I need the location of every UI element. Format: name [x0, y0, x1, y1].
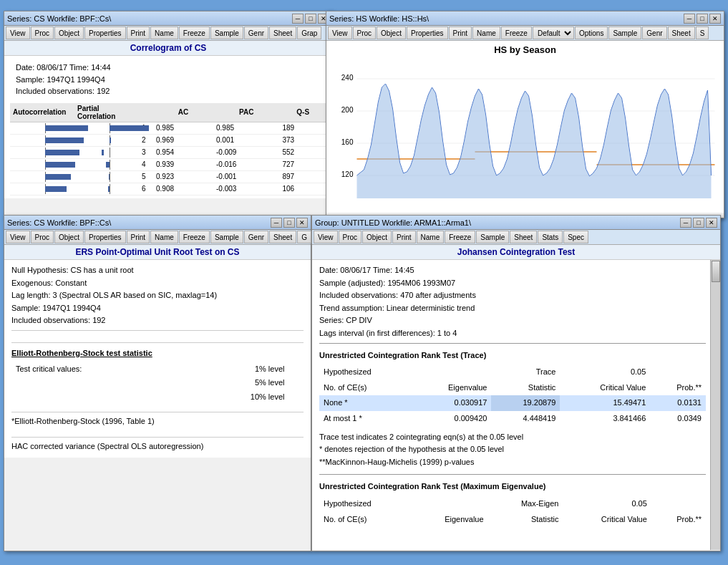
ers-empty-3 — [13, 391, 179, 404]
correlogram-window: Series: CS Workfile: BPF::Cs\ ─ □ ✕ View… — [4, 11, 333, 218]
col-ac-val: AC — [153, 103, 213, 122]
ers-level5-row: 5% level — [13, 377, 302, 390]
hs-maximize-btn[interactable]: □ — [697, 14, 708, 24]
corr-grap-btn[interactable]: Grap — [297, 26, 321, 39]
lag-4: 4 — [139, 158, 153, 170]
ers-sheet-btn[interactable]: Sheet — [269, 231, 296, 243]
corr-genr-btn[interactable]: Genr — [244, 26, 268, 39]
joh-sample-btn[interactable]: Sample — [476, 231, 509, 243]
joh-proc-btn[interactable]: Proc — [339, 231, 362, 243]
hs-properties-btn[interactable]: Properties — [407, 26, 448, 39]
pac-3: -0.009 — [213, 146, 279, 158]
ers-properties-btn[interactable]: Properties — [84, 231, 126, 243]
hs-options-btn[interactable]: Options — [575, 26, 608, 39]
ers-val-5 — [288, 377, 302, 390]
ers-sample-btn[interactable]: Sample — [210, 231, 243, 243]
correlogram-title-controls: ─ □ ✕ — [292, 14, 329, 24]
corr-sample: Sample: 1947Q1 1994Q4 — [16, 74, 321, 86]
correlogram-maximize-btn[interactable]: □ — [305, 14, 316, 24]
corr-print-btn[interactable]: Print — [127, 26, 150, 39]
correlogram-toolbar: View Proc Object Properties Print Name F… — [4, 26, 332, 41]
ers-proc-btn[interactable]: Proc — [31, 231, 54, 243]
joh-section1-title: Unrestricted Cointegration Rank Test (Tr… — [319, 349, 706, 362]
corr-row-1: 1 0.985 0.985 189 — [10, 122, 326, 134]
hs-genr-btn[interactable]: Genr — [642, 26, 666, 39]
hs-title-text: Series: HS Workfile: HS::Hs\ — [329, 14, 429, 23]
johansen-maximize-btn[interactable]: □ — [693, 218, 704, 228]
corr-freeze-btn[interactable]: Freeze — [179, 26, 210, 39]
corr-sheet-btn[interactable]: Sheet — [269, 26, 296, 39]
ers-freeze-btn[interactable]: Freeze — [179, 231, 210, 243]
joh-sheet-btn[interactable]: Sheet — [510, 231, 537, 243]
corr-proc-btn[interactable]: Proc — [31, 26, 54, 39]
hs-chart-area: HS by Season 240 200 160 120 — [326, 41, 724, 213]
joh-view-btn[interactable]: View — [314, 231, 338, 243]
svg-text:200: 200 — [341, 106, 354, 114]
joh-object-btn[interactable]: Object — [362, 231, 392, 243]
ac-6: 0.908 — [153, 183, 213, 195]
hs-minimize-btn[interactable]: ─ — [684, 14, 695, 24]
joh-spec-btn[interactable]: Spec — [563, 231, 588, 243]
qs-2: 373 — [279, 134, 326, 146]
corr-name-btn[interactable]: Name — [150, 26, 178, 39]
joh-series: Series: CP DIV — [319, 314, 706, 327]
johansen-close-btn[interactable]: ✕ — [706, 218, 717, 228]
ers-object-btn[interactable]: Object — [54, 231, 84, 243]
ers-minimize-btn[interactable]: ─ — [271, 218, 282, 228]
hs-print-btn[interactable]: Print — [449, 26, 472, 39]
hs-sheet-btn[interactable]: Sheet — [668, 26, 695, 39]
joh-sample: Sample (adjusted): 1954M06 1993M07 — [319, 277, 706, 290]
joh-trace-note1: Trace test indicates 2 cointegrating eqn… — [319, 431, 706, 444]
ers-print-btn[interactable]: Print — [127, 231, 150, 243]
ers-val-10 — [288, 391, 302, 404]
joh-name-btn[interactable]: Name — [417, 231, 445, 243]
johansen-scrollbar-thumb[interactable] — [712, 261, 720, 282]
correlogram-info: Date: 08/06/17 Time: 14:44 Sample: 1947Q… — [10, 59, 326, 100]
ers-maximize-btn[interactable]: □ — [283, 218, 295, 228]
hs-sample-btn[interactable]: Sample — [608, 26, 641, 39]
lag-6: 6 — [139, 183, 153, 195]
ers-view-btn[interactable]: View — [6, 231, 30, 243]
ers-genr-btn[interactable]: Genr — [244, 231, 268, 243]
ers-level-5: 5% level — [195, 377, 288, 390]
correlogram-minimize-btn[interactable]: ─ — [292, 14, 304, 24]
joh-none-prob: 0.0131 — [650, 395, 706, 411]
joh-trace-header-1: Hypothesized Trace 0.05 — [319, 364, 706, 380]
corr-view-btn[interactable]: View — [6, 26, 30, 39]
hs-close-btn[interactable]: ✕ — [709, 14, 721, 24]
ers-toolbar: View Proc Object Properties Print Name F… — [4, 230, 311, 245]
hs-default-select[interactable]: Default — [533, 26, 574, 39]
ers-name-btn[interactable]: Name — [150, 231, 178, 243]
ers-critical-table: Test critical values: 1% level 5% level … — [11, 362, 304, 405]
svg-text:160: 160 — [341, 138, 354, 146]
hs-proc-btn[interactable]: Proc — [353, 26, 377, 39]
joh-atmost1-trace: 4.448419 — [491, 411, 560, 427]
hs-name-btn[interactable]: Name — [472, 26, 500, 39]
corr-properties-btn[interactable]: Properties — [84, 26, 126, 39]
corr-object-btn[interactable]: Object — [54, 26, 84, 39]
corr-row-5: 5 0.923 -0.001 897 — [10, 170, 326, 183]
johansen-window: Group: UNTITLED Workfile: ARMA1::Arma1\ … — [311, 215, 721, 551]
ers-sample: Sample: 1947Q1 1994Q4 — [11, 302, 304, 315]
hs-freeze-btn[interactable]: Freeze — [501, 26, 532, 39]
hs-object-btn[interactable]: Object — [377, 26, 406, 39]
joh-stats-btn[interactable]: Stats — [538, 231, 563, 243]
col-ac — [139, 103, 153, 122]
ers-close-btn[interactable]: ✕ — [296, 218, 308, 228]
ers-g-btn[interactable]: G — [297, 231, 311, 243]
ers-exogenous: Exogenous: Constant — [11, 277, 304, 290]
hs-view-btn[interactable]: View — [328, 26, 352, 39]
joh-trace-note2: * denotes rejection of the hypothesis at… — [319, 443, 706, 456]
hs-s-btn[interactable]: S — [696, 26, 709, 39]
ers-null-hypothesis: Null Hypothesis: CS has a unit root — [11, 264, 304, 277]
joh-th-005: 0.05 — [560, 364, 650, 380]
johansen-minimize-btn[interactable]: ─ — [680, 218, 691, 228]
pacf-bar-6 — [74, 183, 139, 195]
joh-freeze-btn[interactable]: Freeze — [445, 231, 475, 243]
joh-atmost1-eigenvalue: 0.009420 — [412, 411, 491, 427]
ac-5: 0.923 — [153, 170, 213, 183]
qs-6: 106 — [279, 183, 326, 195]
joh-print-btn[interactable]: Print — [392, 231, 416, 243]
johansen-scrollbar[interactable] — [710, 260, 720, 550]
corr-sample-btn[interactable]: Sample — [210, 26, 243, 39]
